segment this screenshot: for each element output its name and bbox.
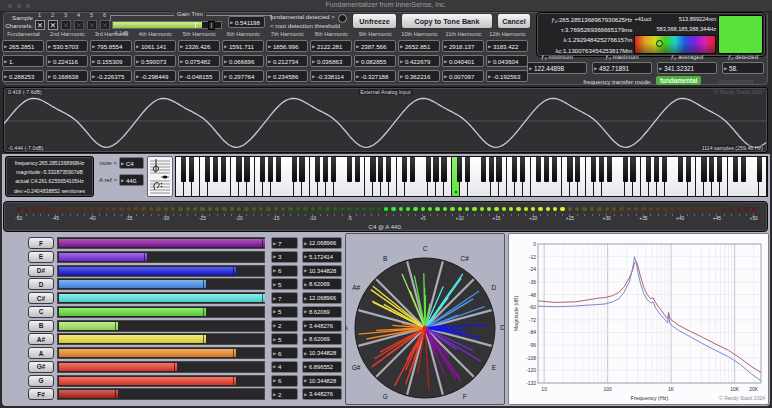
histogram-count-box[interactable]: ▶2 [271,388,298,400]
harmonic-magnitude-box[interactable]: ▶0.036863 [310,55,352,67]
black-key[interactable] [213,157,218,182]
black-key[interactable] [299,157,304,182]
harmonic-phase-box[interactable]: ▶-0.338114 [310,70,352,82]
histogram-count-box[interactable]: ▶7 [271,237,298,249]
harmonic-magnitude-box[interactable]: ▶0.590073 [134,55,176,67]
black-key[interactable] [465,157,470,182]
histogram-percent-box[interactable]: ▶3.448276 [302,320,342,332]
gain-trim-slider[interactable] [112,21,222,29]
histogram-count-box[interactable]: ▶5 [271,278,298,290]
black-key[interactable] [567,157,572,182]
black-key[interactable] [221,157,226,182]
channel-checkbox-5[interactable]: ✕ [87,20,97,30]
black-key[interactable] [575,157,580,182]
harmonic-magnitude-box[interactable]: ▶0.040401 [442,55,484,67]
black-key[interactable] [741,157,746,182]
black-key[interactable] [733,157,738,182]
histogram-count-box[interactable]: ▶6 [271,347,298,359]
black-key[interactable] [654,157,659,182]
gain-trim-handle[interactable] [208,21,215,30]
channel-checkbox-3[interactable]: ✕ [61,20,71,30]
black-key[interactable] [292,157,297,182]
histogram-note-button-G[interactable]: G [28,375,54,387]
histogram-note-button-F#[interactable]: F# [28,388,54,400]
histogram-note-button-D#[interactable]: D# [28,265,54,277]
harmonic-phase-box[interactable]: ▶0.362216 [398,70,440,82]
histogram-count-box[interactable]: ▶5 [271,333,298,345]
harmonic-phase-box[interactable]: ▶-0.298449 [134,70,176,82]
harmonic-magnitude-box[interactable]: ▶0.212734 [266,55,308,67]
channel-checkbox-6[interactable]: ✕ [100,20,110,30]
unfreeze-button[interactable]: Unfreeze [352,13,397,29]
black-key[interactable] [630,157,635,182]
black-key[interactable] [552,157,557,182]
histogram-percent-box[interactable]: ▶10.344828 [302,265,342,277]
histogram-percent-box[interactable]: ▶12.068966 [302,292,342,304]
black-key[interactable] [181,157,186,182]
harmonic-phase-box[interactable]: ▶-0.226375 [90,70,132,82]
histogram-percent-box[interactable]: ▶10.344828 [302,347,342,359]
black-key[interactable] [205,157,210,182]
harmonic-frequency-box[interactable]: ▶1591.711 [222,40,264,52]
harmonic-magnitude-box[interactable]: ▶0.066696 [222,55,264,67]
harmonic-phase-box[interactable]: ▶0.288253 [2,70,44,82]
black-key[interactable] [512,157,517,182]
f0-stat-box[interactable]: ▶341.32321 [657,62,717,74]
harmonic-frequency-box[interactable]: ▶2652.851 [398,40,440,52]
black-key[interactable] [757,157,762,182]
copy-to-tone-bank-button[interactable]: Copy to Tone Bank [401,13,493,29]
histogram-note-button-B[interactable]: B [28,320,54,332]
black-key[interactable] [717,157,722,182]
histogram-note-button-G#[interactable]: G# [28,361,54,373]
histogram-note-button-C#[interactable]: C# [28,292,54,304]
black-key[interactable] [355,157,360,182]
harmonic-magnitude-box[interactable]: ▶1. [2,55,44,67]
black-key[interactable] [244,157,249,182]
black-key[interactable] [441,157,446,182]
black-key[interactable] [236,157,241,182]
black-key[interactable] [481,157,486,182]
harmonic-frequency-box[interactable]: ▶265.2851 [2,40,44,52]
black-key[interactable] [268,157,273,182]
channel-checkbox-2[interactable]: ✕ [48,20,58,30]
harmonic-phase-box[interactable]: ▶-0.048155 [178,70,220,82]
histogram-percent-box[interactable]: ▶12.068966 [302,237,342,249]
harmonic-frequency-box[interactable]: ▶3183.422 [486,40,528,52]
black-key[interactable] [189,157,194,182]
histogram-note-button-A[interactable]: A [28,347,54,359]
histogram-percent-box[interactable]: ▶8.62069 [302,306,342,318]
black-key[interactable] [544,157,549,182]
black-key[interactable] [402,157,407,182]
histogram-count-box[interactable]: ▶2 [271,320,298,332]
color-palette[interactable] [634,35,716,55]
histogram-percent-box[interactable]: ▶3.448276 [302,388,342,400]
black-key[interactable] [496,157,501,182]
histogram-note-button-D[interactable]: D [28,278,54,290]
black-key[interactable] [536,157,541,182]
f0-stat-box[interactable]: ▶122.44898 [527,62,587,74]
palette-marker[interactable] [656,40,663,47]
black-key[interactable] [323,157,328,182]
black-key[interactable] [686,157,691,182]
black-key[interactable] [646,157,651,182]
black-key[interactable] [709,157,714,182]
harmonic-frequency-box[interactable]: ▶795.8554 [90,40,132,52]
black-key[interactable] [426,157,431,182]
harmonic-frequency-box[interactable]: ▶530.5703 [46,40,88,52]
harmonic-phase-box[interactable]: ▶0.234586 [266,70,308,82]
harmonic-frequency-box[interactable]: ▶1856.996 [266,40,308,52]
harmonic-frequency-box[interactable]: ▶1326.426 [178,40,220,52]
transfer-mode-fundamental[interactable]: fundamental [656,76,701,85]
harmonic-phase-box[interactable]: ▶0.168638 [46,70,88,82]
black-key[interactable] [662,157,667,182]
histogram-count-box[interactable]: ▶6 [271,265,298,277]
black-key[interactable] [433,157,438,182]
black-key[interactable] [489,157,494,182]
black-key[interactable] [347,157,352,182]
channel-checkbox-4[interactable]: ✕ [74,20,84,30]
black-key[interactable] [386,157,391,182]
black-key[interactable] [607,157,612,182]
histogram-note-button-A#[interactable]: A# [28,333,54,345]
black-key[interactable] [410,157,415,182]
cancel-button[interactable]: Cancel [497,13,531,29]
